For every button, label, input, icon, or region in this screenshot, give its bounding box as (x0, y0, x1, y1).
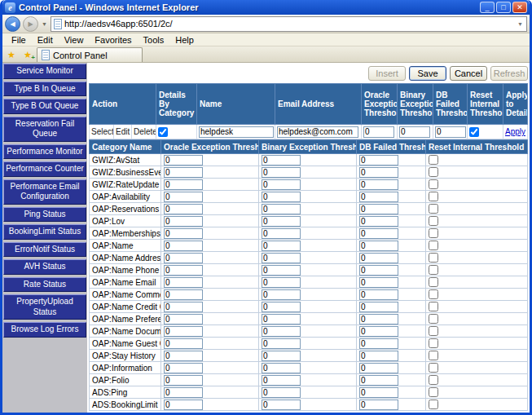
menu-file[interactable]: File (6, 35, 32, 45)
reset-internal-checkbox[interactable] (429, 387, 438, 397)
menu-help[interactable]: Help (169, 35, 200, 45)
menu-view[interactable]: View (59, 35, 90, 45)
sidebar-item-avh-status[interactable]: AVH Status (3, 259, 86, 275)
db-failed-threshold-input[interactable] (359, 167, 398, 178)
sidebar-item-rate-status[interactable]: Rate Status (3, 277, 86, 293)
binary-threshold-input[interactable] (262, 216, 301, 227)
reset-internal-checkbox[interactable] (429, 265, 438, 275)
reset-internal-checkbox[interactable] (429, 338, 438, 348)
sidebar-item-propertyupload-status[interactable]: PropertyUpload Status (3, 294, 86, 320)
binary-threshold-input[interactable] (262, 326, 301, 337)
name-input[interactable] (199, 126, 274, 138)
tab-control-panel[interactable]: Control Panel (37, 47, 143, 62)
reset-internal-checkbox[interactable] (429, 167, 438, 177)
insert-button[interactable]: Insert (368, 66, 406, 81)
binary-threshold-input[interactable] (262, 204, 301, 214)
oracle-threshold-input[interactable] (164, 387, 203, 398)
binary-threshold-input[interactable] (262, 289, 301, 300)
db-failed-threshold-input[interactable] (359, 400, 398, 410)
reset-internal-checkbox[interactable] (429, 363, 438, 373)
db-failed-threshold-input[interactable] (359, 338, 398, 349)
url-input[interactable] (64, 18, 515, 30)
oracle-threshold-input[interactable] (164, 167, 203, 178)
db-failed-threshold-input[interactable] (359, 351, 398, 361)
apply-link[interactable]: Apply (505, 127, 525, 136)
sidebar-item-reservation-fail-queue[interactable]: Reservation Fail Queue (3, 117, 86, 142)
db-failed-threshold-input[interactable] (359, 302, 398, 312)
binary-threshold-input[interactable] (262, 302, 301, 312)
db-failed-threshold-input[interactable] (359, 253, 398, 263)
sidebar-item-bookinglimit-status[interactable]: BookingLimit Status (3, 224, 86, 240)
add-favorite-icon[interactable]: ★+ (20, 48, 35, 62)
binary-threshold-input[interactable] (262, 314, 301, 324)
reset-internal-checkbox[interactable] (429, 204, 438, 214)
oracle-threshold-input[interactable] (164, 400, 203, 410)
db-failed-threshold-input[interactable] (359, 277, 398, 288)
db-failed-threshold-input[interactable] (359, 192, 398, 202)
select-link[interactable]: Select (91, 127, 114, 136)
db-failed-threshold-input[interactable] (359, 265, 398, 276)
binary-threshold-input[interactable] (262, 167, 301, 178)
oracle-threshold-input[interactable] (164, 289, 203, 300)
reset-internal-checkbox[interactable] (429, 314, 438, 324)
history-dropdown-icon[interactable]: ▼ (41, 21, 48, 27)
sidebar-item-type-b-out-queue[interactable]: Type B Out Queue (3, 99, 86, 114)
reset-internal-checkbox[interactable] (429, 241, 438, 250)
reset-internal-checkbox[interactable] (429, 326, 438, 336)
reset-internal-checkbox[interactable] (429, 277, 438, 287)
reset-internal-checkbox[interactable] (429, 228, 438, 238)
reset-internal-checkbox[interactable] (469, 127, 479, 137)
oracle-threshold-input[interactable] (164, 326, 203, 337)
oracle-threshold-input[interactable] (164, 179, 203, 190)
oracle-threshold-input[interactable] (164, 192, 203, 202)
oracle-threshold-input[interactable] (164, 265, 203, 276)
forward-button[interactable]: ▶ (23, 16, 38, 32)
db-failed-threshold-input[interactable] (359, 387, 398, 398)
menu-edit[interactable]: Edit (32, 35, 59, 45)
reset-internal-checkbox[interactable] (429, 253, 438, 263)
details-by-category-checkbox[interactable] (158, 127, 168, 137)
db-failed-threshold-input[interactable] (359, 216, 398, 227)
sidebar-item-performance-counter[interactable]: Performance Counter (3, 161, 86, 177)
delete-link[interactable]: Delete (134, 127, 156, 136)
oracle-threshold-input[interactable] (164, 338, 203, 349)
reset-internal-checkbox[interactable] (429, 400, 438, 409)
oracle-threshold-input[interactable] (164, 375, 203, 386)
oracle-threshold-input[interactable] (164, 228, 203, 239)
binary-threshold-input[interactable] (262, 228, 301, 239)
binary-threshold-input[interactable] (399, 126, 430, 138)
binary-threshold-input[interactable] (262, 351, 301, 361)
sidebar-item-performance-email-configuration[interactable]: Performance Email Configuration (3, 179, 86, 205)
menu-tools[interactable]: Tools (138, 35, 170, 45)
sidebar-item-errornotif-status[interactable]: ErrorNotif Status (3, 242, 86, 258)
binary-threshold-input[interactable] (262, 179, 301, 190)
close-button[interactable]: ✕ (512, 2, 527, 13)
binary-threshold-input[interactable] (262, 277, 301, 288)
binary-threshold-input[interactable] (262, 155, 301, 166)
menu-favorites[interactable]: Favorites (89, 35, 137, 45)
binary-threshold-input[interactable] (262, 363, 301, 373)
oracle-threshold-input[interactable] (164, 253, 203, 263)
maximize-button[interactable]: □ (496, 2, 511, 13)
oracle-threshold-input[interactable] (164, 155, 203, 166)
binary-threshold-input[interactable] (262, 265, 301, 276)
email-input[interactable] (277, 126, 358, 138)
db-failed-threshold-input[interactable] (359, 155, 398, 166)
reset-internal-checkbox[interactable] (429, 216, 438, 226)
oracle-threshold-input[interactable] (164, 241, 203, 251)
oracle-threshold-input[interactable] (164, 216, 203, 227)
minimize-button[interactable]: _ (480, 2, 495, 13)
edit-link[interactable]: Edit (116, 127, 130, 136)
sidebar-item-ping-status[interactable]: Ping Status (3, 207, 86, 223)
db-failed-threshold-input[interactable] (359, 228, 398, 239)
reset-internal-checkbox[interactable] (429, 302, 438, 311)
binary-threshold-input[interactable] (262, 192, 301, 202)
sidebar-item-performance-monitor[interactable]: Performance Monitor (3, 144, 86, 160)
binary-threshold-input[interactable] (262, 375, 301, 386)
oracle-threshold-input[interactable] (164, 314, 203, 324)
reset-internal-checkbox[interactable] (429, 351, 438, 360)
cancel-button[interactable]: Cancel (450, 66, 487, 81)
db-failed-threshold-input[interactable] (359, 289, 398, 300)
binary-threshold-input[interactable] (262, 253, 301, 263)
db-failed-threshold-input[interactable] (359, 363, 398, 373)
